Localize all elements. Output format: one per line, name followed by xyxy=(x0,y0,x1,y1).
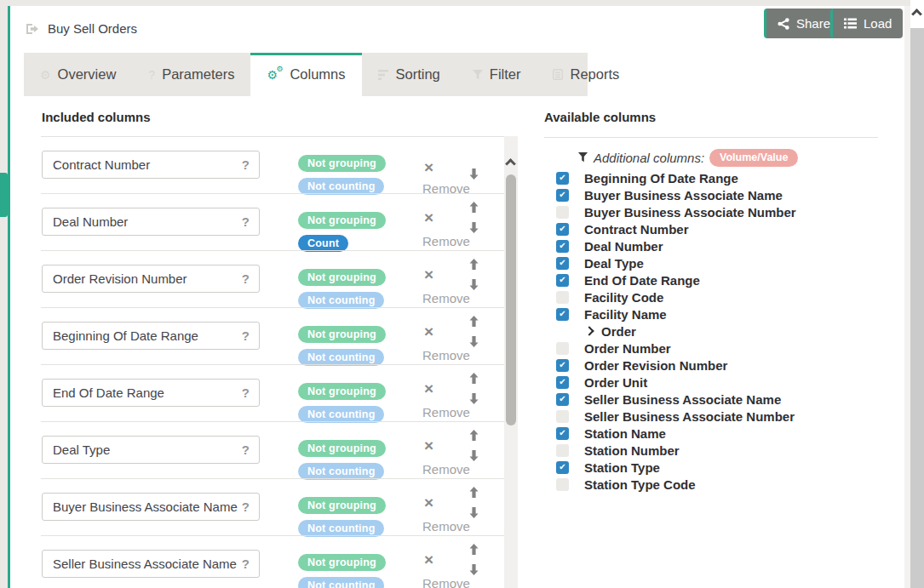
move-up-button[interactable] xyxy=(469,544,479,555)
badge-not-counting[interactable]: Not counting xyxy=(298,577,384,588)
badge-not-counting[interactable]: Not counting xyxy=(298,178,384,195)
item-checkbox[interactable]: ✔ xyxy=(556,444,569,457)
help-icon[interactable]: ? xyxy=(242,442,250,457)
item-label[interactable]: Order xyxy=(601,324,636,339)
tab-filter[interactable]: Filter xyxy=(456,53,537,96)
tab-columns[interactable]: ⚙ ⚙ Columns xyxy=(250,53,361,96)
remove-label[interactable]: Remove xyxy=(422,576,470,588)
item-checkbox[interactable]: ✔ xyxy=(556,461,569,474)
item-label[interactable]: Deal Number xyxy=(584,239,663,254)
item-checkbox[interactable]: ✔ xyxy=(556,478,569,491)
badge-not-counting[interactable]: Not counting xyxy=(298,292,384,309)
badge-not-grouping[interactable]: Not grouping xyxy=(298,440,386,457)
item-label[interactable]: Facility Code xyxy=(584,290,663,305)
item-checkbox[interactable]: ✔ xyxy=(556,223,569,236)
page-scrollbar[interactable] xyxy=(910,0,924,588)
item-checkbox[interactable]: ✔ xyxy=(556,274,569,287)
move-up-button[interactable] xyxy=(469,316,479,327)
item-label[interactable]: Contract Number xyxy=(584,222,689,237)
help-icon[interactable]: ? xyxy=(242,385,250,400)
move-up-button[interactable] xyxy=(469,487,479,498)
load-button[interactable]: Load xyxy=(830,9,903,38)
remove-x-icon[interactable]: × xyxy=(424,266,433,283)
item-label[interactable]: Beginning Of Date Range xyxy=(584,171,738,186)
badge-not-grouping[interactable]: Not grouping xyxy=(298,269,386,286)
item-label[interactable]: Buyer Business Associate Number xyxy=(584,205,796,220)
item-label[interactable]: Order Revision Number xyxy=(584,358,727,373)
scrollbar-thumb[interactable] xyxy=(506,174,516,425)
badge-not-grouping[interactable]: Not grouping xyxy=(298,497,386,514)
move-up-button[interactable] xyxy=(469,202,479,213)
badge-not-counting[interactable]: Not counting xyxy=(298,463,384,480)
move-down-button[interactable] xyxy=(469,168,479,180)
item-label[interactable]: End Of Date Range xyxy=(584,273,700,288)
remove-label[interactable]: Remove xyxy=(422,291,470,305)
column-name-input[interactable]: Deal Type ? xyxy=(42,436,260,464)
item-checkbox[interactable]: ✔ xyxy=(556,240,569,253)
remove-label[interactable]: Remove xyxy=(422,519,470,534)
item-checkbox[interactable]: ✔ xyxy=(556,308,569,321)
help-icon[interactable]: ? xyxy=(242,271,250,286)
badge-not-grouping[interactable]: Not grouping xyxy=(298,554,386,571)
tab-sorting[interactable]: Sorting xyxy=(362,53,456,96)
remove-label[interactable]: Remove xyxy=(422,348,470,363)
move-down-button[interactable] xyxy=(469,336,479,347)
item-label[interactable]: Facility Name xyxy=(584,307,667,322)
remove-label[interactable]: Remove xyxy=(422,462,470,477)
help-icon[interactable]: ? xyxy=(242,214,250,229)
column-name-input[interactable]: Seller Business Associate Name ? xyxy=(42,550,260,578)
remove-x-icon[interactable]: × xyxy=(424,437,433,454)
remove-label[interactable]: Remove xyxy=(422,405,470,420)
remove-x-icon[interactable]: × xyxy=(424,159,433,175)
remove-label[interactable]: Remove xyxy=(422,234,470,248)
item-checkbox[interactable]: ✔ xyxy=(556,206,569,219)
tab-overview[interactable]: ⚙ Overview xyxy=(24,53,132,96)
item-label[interactable]: Seller Business Associate Number xyxy=(584,409,795,424)
item-label[interactable]: Order Unit xyxy=(584,375,647,390)
help-icon[interactable]: ? xyxy=(242,500,250,514)
item-label[interactable]: Seller Business Associate Name xyxy=(584,392,781,407)
remove-x-icon[interactable]: × xyxy=(424,551,433,568)
included-list-scrollbar[interactable] xyxy=(504,136,518,588)
rail-handle[interactable] xyxy=(0,173,8,217)
move-up-button[interactable] xyxy=(469,259,479,270)
badge-not-counting[interactable]: Not counting xyxy=(298,349,384,366)
item-checkbox[interactable]: ✔ xyxy=(556,257,569,270)
move-down-button[interactable] xyxy=(469,393,479,404)
move-down-button[interactable] xyxy=(469,222,479,233)
remove-x-icon[interactable]: × xyxy=(424,380,433,397)
move-down-button[interactable] xyxy=(469,279,479,290)
scroll-up-icon[interactable] xyxy=(505,158,516,169)
volume-value-chip[interactable]: Volume/Value xyxy=(709,149,798,167)
badge-not-grouping[interactable]: Not grouping xyxy=(298,155,386,172)
help-icon[interactable]: ? xyxy=(242,157,250,172)
item-checkbox[interactable]: ✔ xyxy=(556,410,569,423)
badge-not-counting[interactable]: Not counting xyxy=(298,520,384,537)
item-label[interactable]: Station Number xyxy=(584,443,680,458)
scrollbar-thumb[interactable] xyxy=(910,28,924,588)
move-down-button[interactable] xyxy=(469,450,479,461)
badge-not-grouping[interactable]: Not grouping xyxy=(298,326,386,343)
item-checkbox[interactable]: ✔ xyxy=(556,393,569,406)
item-checkbox[interactable]: ✔ xyxy=(556,291,569,304)
move-down-button[interactable] xyxy=(469,507,479,518)
remove-x-icon[interactable]: × xyxy=(424,323,433,340)
column-name-input[interactable]: Deal Number ? xyxy=(42,208,260,236)
item-checkbox[interactable]: ✔ xyxy=(556,189,569,202)
item-checkbox[interactable]: ✔ xyxy=(556,376,569,389)
column-name-input[interactable]: Buyer Business Associate Name ? xyxy=(42,493,260,521)
remove-x-icon[interactable]: × xyxy=(424,494,433,511)
column-name-input[interactable]: End Of Date Range ? xyxy=(42,379,260,407)
column-name-input[interactable]: Order Revision Number ? xyxy=(42,265,260,293)
badge-not-grouping[interactable]: Not grouping xyxy=(298,383,386,400)
move-up-button[interactable] xyxy=(469,430,479,441)
badge-not-counting[interactable]: Not counting xyxy=(298,406,384,423)
column-name-input[interactable]: Beginning Of Date Range ? xyxy=(42,322,260,350)
item-label[interactable]: Order Number xyxy=(584,341,671,356)
item-checkbox[interactable]: ✔ xyxy=(556,172,569,185)
item-label[interactable]: Buyer Business Associate Name xyxy=(584,188,783,203)
badge-not-grouping[interactable]: Not grouping xyxy=(298,212,386,229)
tab-parameters[interactable]: ? Parameters xyxy=(132,53,250,96)
column-name-input[interactable]: Contract Number ? xyxy=(42,151,260,179)
item-label[interactable]: Station Type Code xyxy=(584,477,696,492)
